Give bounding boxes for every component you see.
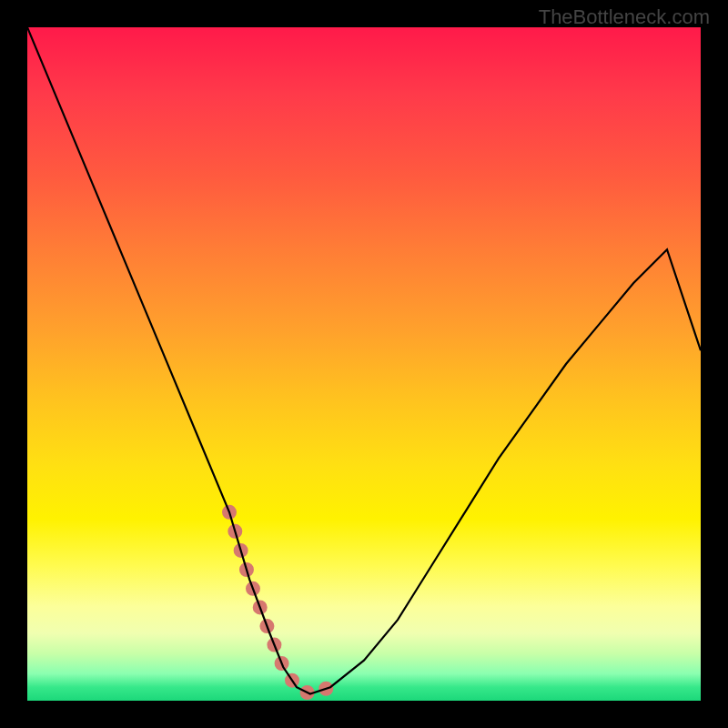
highlight-dots [229,512,330,694]
chart-svg [27,27,701,701]
bottleneck-curve-path [27,27,701,694]
watermark-text: TheBottleneck.com [539,5,710,29]
chart-plot-area [27,27,701,701]
